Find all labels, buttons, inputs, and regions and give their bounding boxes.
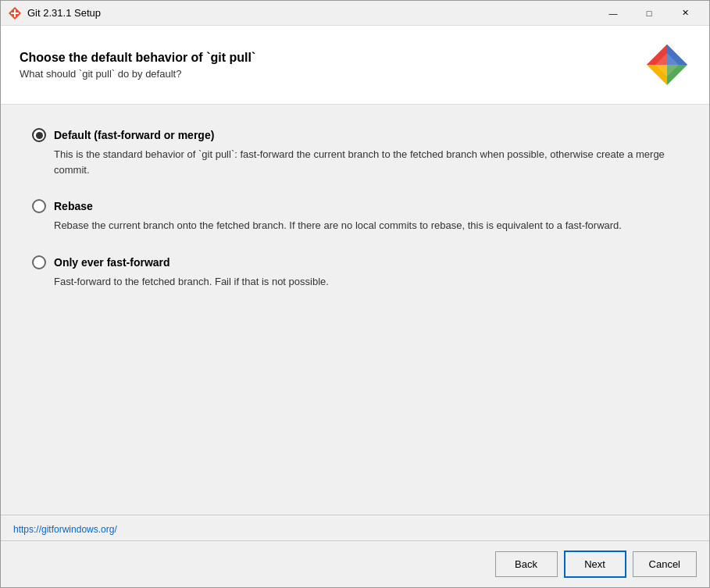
- option-default-label: Default (fast-forward or merge): [54, 129, 214, 141]
- option-ff-label: Only ever fast-forward: [54, 256, 170, 269]
- cancel-button[interactable]: Cancel: [633, 551, 697, 577]
- option-ff-desc: Fast-forward to the fetched branch. Fail…: [54, 274, 678, 290]
- radio-rebase[interactable]: [32, 199, 46, 213]
- option-default-desc: This is the standard behavior of `git pu…: [54, 147, 678, 177]
- back-button[interactable]: Back: [495, 551, 558, 577]
- window-title: Git 2.31.1 Setup: [27, 7, 595, 19]
- next-button[interactable]: Next: [564, 551, 626, 578]
- app-icon: [7, 5, 23, 21]
- footer: https://gitforwindows.org/ Back Next Can…: [1, 515, 709, 587]
- setup-window: Git 2.31.1 Setup — □ ✕ Choose the defaul…: [0, 0, 710, 588]
- header-section: Choose the default behavior of `git pull…: [1, 26, 709, 105]
- page-title: Choose the default behavior of `git pull…: [20, 51, 644, 65]
- maximize-button[interactable]: □: [631, 1, 667, 26]
- radio-ff-only[interactable]: [32, 255, 46, 269]
- footer-link[interactable]: https://gitforwindows.org/: [13, 524, 117, 535]
- footer-link-bar: https://gitforwindows.org/: [1, 515, 709, 541]
- option-ff-only: Only ever fast-forward Fast-forward to t…: [32, 255, 678, 290]
- option-default: Default (fast-forward or merge) This is …: [32, 128, 678, 177]
- window-controls: — □ ✕: [595, 1, 703, 26]
- git-logo: [644, 41, 690, 88]
- option-rebase-label: Rebase: [54, 200, 93, 212]
- header-text: Choose the default behavior of `git pull…: [20, 51, 644, 80]
- content-area: Default (fast-forward or merge) This is …: [1, 105, 709, 515]
- page-subtitle: What should `git pull` do by default?: [20, 68, 644, 80]
- close-button[interactable]: ✕: [667, 1, 703, 26]
- option-ff-label-row: Only ever fast-forward: [32, 255, 678, 269]
- radio-default[interactable]: [32, 128, 46, 142]
- options-group: Default (fast-forward or merge) This is …: [32, 128, 678, 289]
- minimize-button[interactable]: —: [595, 1, 631, 26]
- option-rebase: Rebase Rebase the current branch onto th…: [32, 199, 678, 233]
- svg-rect-3: [11, 12, 19, 14]
- option-rebase-label-row: Rebase: [32, 199, 678, 213]
- option-default-label-row: Default (fast-forward or merge): [32, 128, 678, 142]
- title-bar: Git 2.31.1 Setup — □ ✕: [1, 1, 709, 26]
- option-rebase-desc: Rebase the current branch onto the fetch…: [54, 218, 678, 233]
- footer-buttons: Back Next Cancel: [1, 541, 709, 587]
